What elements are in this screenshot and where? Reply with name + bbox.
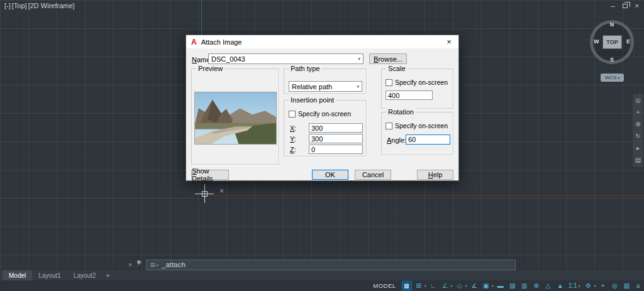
add-layout-button[interactable]: + <box>102 270 113 280</box>
navigation-bar: ◎ + ⊕ ↻ ▸ ▤ <box>633 94 643 167</box>
x-axis-line <box>208 195 644 196</box>
polar-tracking-icon[interactable]: ∠ <box>440 281 450 290</box>
chevron-down-icon[interactable]: ▾ <box>594 283 596 288</box>
model-space-button[interactable]: MODEL <box>373 282 396 289</box>
browse-button[interactable]: Browse... <box>369 53 407 64</box>
scale-group: Scale Specify on-screen <box>381 69 453 109</box>
viewport-visual-style-control[interactable]: [2D Wireframe] <box>28 2 75 9</box>
annotation-monitor-icon[interactable]: + <box>598 281 608 290</box>
recent-commands-icon[interactable]: ▤ ▾ <box>150 261 158 268</box>
viewport-view-control[interactable]: [Top] <box>12 2 27 9</box>
snap-mode-control[interactable]: ⊞ ▾ <box>414 281 426 290</box>
name-combobox[interactable]: DSC_0043 ▾ <box>208 53 364 64</box>
annotation-scale-control[interactable]: 1:1 ▾ <box>567 282 582 289</box>
chevron-down-icon[interactable]: ▾ <box>465 283 467 288</box>
window-controls: – × <box>611 2 639 9</box>
command-close-icon[interactable]: × <box>128 261 132 268</box>
z-label: Z: <box>290 146 296 153</box>
viewcube[interactable]: N W E S TOP <box>590 20 634 64</box>
lineweight-icon[interactable]: ▬ <box>496 281 506 290</box>
viewcube-west[interactable]: W <box>594 38 599 45</box>
showmotion-icon[interactable]: ▸ <box>636 145 640 151</box>
preview-group: Preview <box>191 69 279 165</box>
drawing-canvas[interactable]: [-] [Top] [2D Wireframe] – × N W E S TOP… <box>0 0 644 291</box>
object-snap-control[interactable]: ▣ ▾ <box>481 281 494 290</box>
dialog-titlebar[interactable]: A Attach Image <box>186 35 458 48</box>
isolate-objects-icon[interactable]: ◎ <box>610 281 620 290</box>
command-line-bar: × ▤ ▾ _attach <box>128 259 516 270</box>
annotation-scale-label: 1:1 <box>569 282 577 289</box>
customize-wrench-icon[interactable] <box>135 259 143 270</box>
object-snap-tracking-icon[interactable]: ∡ <box>469 281 479 290</box>
navigation-wheel-icon[interactable]: ◎ <box>635 97 641 104</box>
viewport-collapse-control[interactable]: [-] <box>4 2 11 9</box>
insertion-point-group-label: Insertion point <box>289 96 336 104</box>
wcs-dropdown[interactable]: WCS ▾ <box>601 74 624 82</box>
rotation-group: Rotation Specify on-screen Angle: <box>381 112 453 155</box>
cancel-button[interactable]: Cancel <box>355 170 391 180</box>
minimize-icon[interactable]: – <box>611 2 614 9</box>
dialog-close-icon[interactable]: × <box>440 35 458 48</box>
orbit-icon[interactable]: ↻ <box>635 133 640 140</box>
pan-icon[interactable]: + <box>636 109 640 116</box>
snap-mode-icon[interactable]: ⊞ <box>414 281 424 290</box>
tab-layout2[interactable]: Layout2 <box>67 270 103 280</box>
rotation-specify-label: Specify on-screen <box>395 122 448 129</box>
x-input[interactable] <box>309 123 363 133</box>
show-details-button[interactable]: Show Details <box>191 170 229 180</box>
annotation-visibility-icon[interactable]: △ <box>543 281 553 290</box>
wcs-label: WCS <box>605 75 617 80</box>
restore-icon[interactable] <box>623 4 628 8</box>
workspace-gear-icon[interactable]: ⚙ <box>584 281 594 290</box>
close-window-icon[interactable]: × <box>635 2 639 9</box>
path-type-combobox[interactable]: Relative path ▾ <box>289 81 362 92</box>
object-snap-icon[interactable]: ▣ <box>481 281 491 290</box>
z-input[interactable] <box>309 145 363 154</box>
rotation-specify-checkbox[interactable] <box>386 123 392 129</box>
chevron-down-icon[interactable]: ▾ <box>492 283 494 288</box>
scale-specify-checkbox[interactable] <box>386 79 392 86</box>
viewcube-east[interactable]: E <box>626 38 630 45</box>
transparency-icon[interactable]: ▨ <box>508 281 518 290</box>
zoom-icon[interactable]: ⊕ <box>635 121 640 128</box>
autocad-logo-icon: A <box>191 38 197 47</box>
grid-display-icon[interactable]: ▦ <box>402 281 412 290</box>
command-input[interactable]: ▤ ▾ _attach <box>146 260 516 270</box>
viewcube-north[interactable]: N <box>590 21 634 28</box>
y-label: Y: <box>290 135 296 143</box>
chevron-down-icon[interactable]: ▾ <box>425 283 426 288</box>
isometric-drafting-icon[interactable]: ◇ <box>455 281 465 290</box>
tab-layout1[interactable]: Layout1 <box>32 270 67 280</box>
ok-button[interactable]: OK <box>312 170 348 180</box>
y-input[interactable] <box>309 134 363 143</box>
chevron-down-icon: ▾ <box>157 263 158 267</box>
scale-input[interactable] <box>386 91 433 100</box>
help-button[interactable]: Help <box>417 170 453 180</box>
insertion-specify-label: Specify on-screen <box>298 110 351 118</box>
chevron-down-icon[interactable]: ▾ <box>451 283 453 288</box>
chevron-down-icon: ▾ <box>618 75 619 80</box>
dialog-title: Attach Image <box>201 38 242 46</box>
insertion-specify-checkbox-row: Specify on-screen <box>289 110 351 118</box>
attach-image-dialog: A Attach Image × Name: DSC_0043 ▾ Browse… <box>186 35 459 181</box>
polar-tracking-control[interactable]: ∠ ▾ <box>440 281 453 290</box>
ortho-mode-icon[interactable]: ∟ <box>428 281 438 290</box>
insertion-specify-checkbox[interactable] <box>289 111 296 118</box>
viewcube-south[interactable]: S <box>590 57 634 63</box>
layout-tabs-bar: Model Layout1 Layout2 + <box>0 270 644 280</box>
autoscale-icon[interactable]: ▲ <box>555 281 565 290</box>
graphics-performance-icon[interactable]: ▧ <box>622 281 632 290</box>
tab-model[interactable]: Model <box>3 270 32 280</box>
status-bar: MODEL ▦ ⊞ ▾ ∟ ∠ ▾ ◇ ▾ ∡ ▣ ▾ ▬ ▨ ▥ ⊕ △ ▲ … <box>0 280 644 291</box>
dynamic-input-icon[interactable]: ⊕ <box>531 281 541 290</box>
chevron-down-icon[interactable]: ▾ <box>579 283 580 288</box>
workspace-control[interactable]: ⚙ ▾ <box>584 281 596 290</box>
crosshair-pickbox <box>202 191 208 197</box>
angle-input[interactable] <box>406 135 450 145</box>
isometric-drafting-control[interactable]: ◇ ▾ <box>455 281 467 290</box>
viewcube-top-face[interactable]: TOP <box>602 35 622 49</box>
path-type-group-label: Path type <box>289 65 321 72</box>
selection-cycling-icon[interactable]: ▥ <box>519 281 530 290</box>
navbar-menu-icon[interactable]: ▤ <box>635 157 641 163</box>
customize-icon[interactable]: ≡ <box>636 282 640 290</box>
